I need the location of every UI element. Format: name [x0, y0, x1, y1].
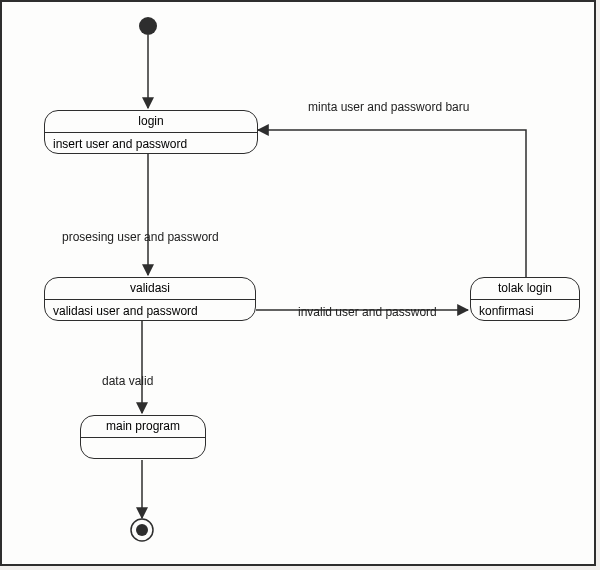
state-validasi: validasi validasi user and password — [44, 277, 256, 321]
state-login-body: insert user and password — [45, 133, 257, 154]
state-validasi-body: validasi user and password — [45, 300, 255, 321]
state-tolak: tolak login konfirmasi — [470, 277, 580, 321]
edge-tolak-login — [258, 130, 526, 277]
state-tolak-title: tolak login — [471, 278, 579, 300]
label-data-valid: data valid — [102, 374, 153, 388]
state-login: login insert user and password — [44, 110, 258, 154]
state-main-title: main program — [81, 416, 205, 438]
state-tolak-body: konfirmasi — [471, 300, 579, 321]
final-node-dot — [136, 524, 148, 536]
initial-node — [139, 17, 157, 35]
state-validasi-title: validasi — [45, 278, 255, 300]
state-main-body — [81, 438, 205, 448]
label-invalid: invalid user and password — [298, 305, 437, 319]
state-main: main program — [80, 415, 206, 459]
label-minta: minta user and password baru — [308, 100, 469, 114]
activity-diagram-frame: login insert user and password validasi … — [0, 0, 596, 566]
state-login-title: login — [45, 111, 257, 133]
label-processing: prosesing user and password — [62, 230, 219, 244]
